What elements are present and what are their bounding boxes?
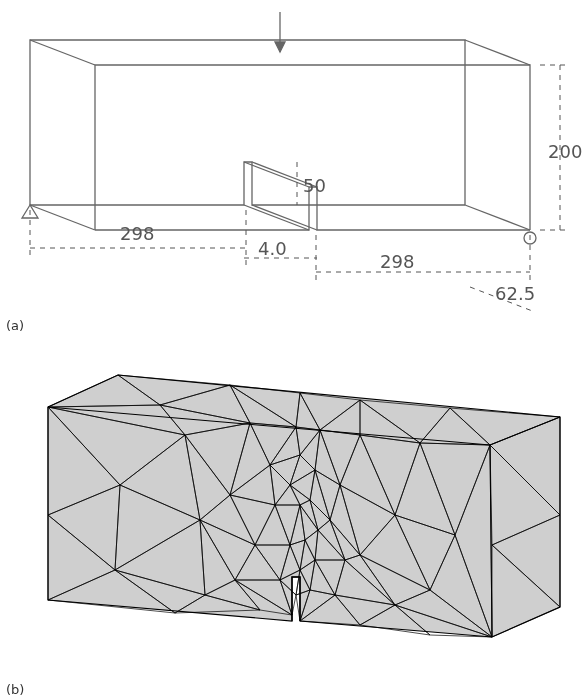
svg-line-4	[244, 205, 309, 230]
dim-notch-width: 4.0	[258, 238, 287, 259]
load-arrow-icon	[275, 12, 285, 52]
subfigure-b-mesh	[0, 345, 587, 699]
beam-depth-edges	[30, 40, 530, 230]
dim-notch-height: 50	[303, 175, 326, 196]
dim-depth: 62.5	[495, 283, 535, 304]
mesh-body	[48, 375, 560, 637]
dim-height: 200	[548, 141, 582, 162]
dim-span-left: 298	[120, 223, 154, 244]
figure: 298 298 200 62.5 50 4.0 (a)	[0, 0, 587, 699]
svg-line-5	[252, 205, 317, 230]
dimension-guides	[30, 65, 568, 312]
subfig-a-label: (a)	[6, 318, 24, 333]
subfigure-a-wireframe: 298 298 200 62.5 50 4.0	[0, 0, 587, 345]
subfig-b-label: (b)	[6, 682, 24, 697]
svg-line-6	[244, 162, 309, 187]
svg-line-2	[465, 40, 530, 65]
svg-line-3	[465, 205, 530, 230]
svg-line-0	[30, 205, 95, 230]
dim-span-right: 298	[380, 251, 414, 272]
svg-line-1	[30, 40, 95, 65]
